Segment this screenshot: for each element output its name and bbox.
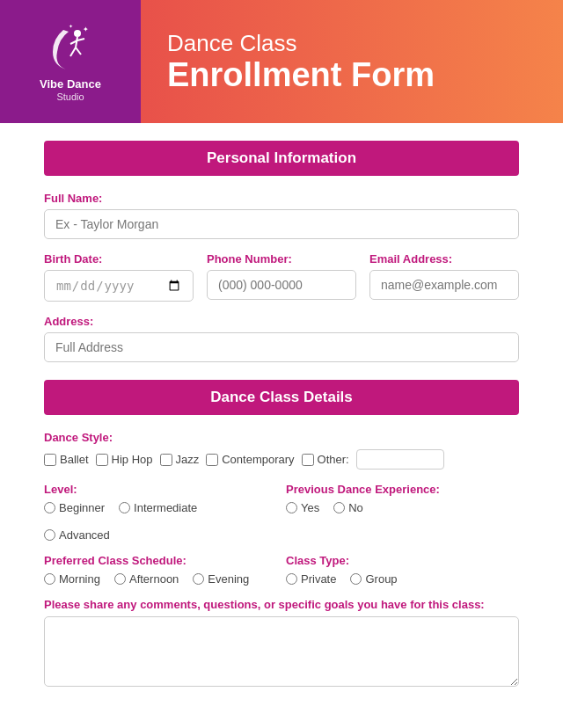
hiphop-label: Hip Hop bbox=[112, 453, 153, 466]
private-label: Private bbox=[301, 572, 336, 586]
experience-radio-group: Yes No bbox=[286, 501, 519, 514]
yes-radio[interactable] bbox=[286, 502, 297, 513]
dance-style-field: Dance Style: Ballet Hip Hop Jazz Contemp… bbox=[44, 431, 519, 470]
private-radio-item[interactable]: Private bbox=[286, 572, 336, 586]
other-label: Other: bbox=[318, 453, 349, 466]
svg-line-3 bbox=[76, 47, 81, 55]
level-experience-row: Level: Beginner Intermediate Advanced bbox=[44, 483, 519, 542]
beginner-label: Beginner bbox=[59, 501, 105, 514]
no-radio[interactable] bbox=[333, 502, 345, 513]
no-label: No bbox=[348, 501, 363, 514]
class-type-label: Class Type: bbox=[286, 554, 519, 567]
phone-col: Phone Number: bbox=[207, 252, 356, 302]
jazz-checkbox-item[interactable]: Jazz bbox=[160, 453, 200, 466]
personal-info-section: Personal Information Full Name: Birth Da… bbox=[44, 141, 519, 362]
ballet-checkbox[interactable] bbox=[44, 454, 56, 466]
logo-name: Vibe Dance bbox=[40, 77, 101, 91]
comments-textarea[interactable] bbox=[44, 616, 519, 687]
header-title-section: Dance Class Enrollment Form bbox=[141, 0, 563, 123]
full-name-label: Full Name: bbox=[44, 192, 519, 205]
group-radio-item[interactable]: Group bbox=[350, 572, 397, 586]
advanced-label: Advanced bbox=[59, 528, 110, 542]
svg-line-1 bbox=[76, 37, 77, 47]
birth-date-input[interactable] bbox=[44, 270, 194, 302]
private-radio[interactable] bbox=[286, 573, 297, 585]
logo-sub: Studio bbox=[56, 91, 84, 102]
address-field: Address: bbox=[44, 315, 519, 362]
schedule-classtype-row: Preferred Class Schedule: Morning Aftern… bbox=[44, 554, 519, 586]
contemporary-checkbox[interactable] bbox=[206, 454, 218, 466]
comments-label: Please share any comments, questions, or… bbox=[44, 598, 519, 611]
level-radio-group: Beginner Intermediate Advanced bbox=[44, 501, 277, 542]
level-label: Level: bbox=[44, 483, 277, 496]
header: ✦ ✦ Vibe Dance Studio Dance Class Enroll… bbox=[0, 0, 563, 123]
contemporary-label: Contemporary bbox=[222, 453, 294, 466]
yes-radio-item[interactable]: Yes bbox=[286, 501, 319, 514]
intermediate-label: Intermediate bbox=[134, 501, 197, 514]
advanced-radio[interactable] bbox=[44, 529, 55, 541]
birth-date-label: Birth Date: bbox=[44, 252, 194, 266]
morning-radio-item[interactable]: Morning bbox=[44, 572, 100, 586]
group-radio[interactable] bbox=[350, 573, 362, 585]
header-subtitle: Dance Class bbox=[167, 30, 537, 57]
date-phone-email-row: Birth Date: Phone Number: Email Address: bbox=[44, 252, 519, 302]
afternoon-radio-item[interactable]: Afternoon bbox=[114, 572, 179, 586]
svg-point-0 bbox=[74, 30, 81, 37]
other-checkbox-item[interactable]: Other: bbox=[302, 453, 349, 466]
morning-radio[interactable] bbox=[44, 573, 55, 585]
ballet-checkbox-item[interactable]: Ballet bbox=[44, 453, 89, 466]
logo-section: ✦ ✦ Vibe Dance Studio bbox=[0, 0, 141, 123]
full-name-input[interactable] bbox=[44, 209, 519, 239]
birth-date-col: Birth Date: bbox=[44, 252, 194, 302]
header-main-title: Enrollment Form bbox=[167, 57, 537, 94]
contemporary-checkbox-item[interactable]: Contemporary bbox=[206, 453, 294, 466]
address-input[interactable] bbox=[44, 332, 519, 362]
email-col: Email Address: bbox=[369, 252, 519, 302]
email-input[interactable] bbox=[369, 270, 519, 300]
svg-line-2 bbox=[70, 47, 76, 56]
comments-section: Please share any comments, questions, or… bbox=[44, 598, 519, 690]
svg-text:✦: ✦ bbox=[69, 24, 73, 29]
beginner-radio-item[interactable]: Beginner bbox=[44, 501, 105, 514]
logo-icon: ✦ ✦ bbox=[44, 21, 97, 74]
evening-label: Evening bbox=[208, 572, 249, 586]
ballet-label: Ballet bbox=[60, 453, 89, 466]
hiphop-checkbox-item[interactable]: Hip Hop bbox=[96, 453, 153, 466]
afternoon-label: Afternoon bbox=[129, 572, 179, 586]
jazz-label: Jazz bbox=[176, 453, 200, 466]
intermediate-radio[interactable] bbox=[119, 502, 130, 513]
evening-radio[interactable] bbox=[193, 573, 204, 585]
dance-style-checkboxes: Ballet Hip Hop Jazz Contemporary Other: bbox=[44, 449, 519, 470]
afternoon-radio[interactable] bbox=[114, 573, 126, 585]
dance-details-header: Dance Class Details bbox=[44, 380, 519, 415]
schedule-radio-group: Morning Afternoon Evening bbox=[44, 572, 277, 586]
evening-radio-item[interactable]: Evening bbox=[193, 572, 249, 586]
class-type-radio-group: Private Group bbox=[286, 572, 519, 586]
svg-text:✦: ✦ bbox=[83, 25, 89, 33]
other-checkbox[interactable] bbox=[302, 454, 314, 466]
advanced-radio-item[interactable]: Advanced bbox=[44, 528, 110, 542]
other-style-input[interactable] bbox=[356, 449, 444, 470]
morning-label: Morning bbox=[59, 572, 100, 586]
beginner-radio[interactable] bbox=[44, 502, 55, 513]
level-col: Level: Beginner Intermediate Advanced bbox=[44, 483, 277, 542]
experience-label: Previous Dance Experience: bbox=[286, 483, 519, 496]
jazz-checkbox[interactable] bbox=[160, 454, 172, 466]
dance-style-label: Dance Style: bbox=[44, 431, 519, 444]
no-radio-item[interactable]: No bbox=[333, 501, 363, 514]
class-type-col: Class Type: Private Group bbox=[286, 554, 519, 586]
group-label: Group bbox=[365, 572, 397, 586]
form-content: Personal Information Full Name: Birth Da… bbox=[0, 123, 563, 717]
full-name-field: Full Name: bbox=[44, 192, 519, 239]
svg-line-5 bbox=[77, 39, 84, 40]
experience-col: Previous Dance Experience: Yes No bbox=[286, 483, 519, 542]
address-label: Address: bbox=[44, 315, 519, 328]
email-label: Email Address: bbox=[369, 252, 519, 266]
phone-input[interactable] bbox=[207, 270, 356, 300]
schedule-label: Preferred Class Schedule: bbox=[44, 554, 277, 567]
dance-details-section: Dance Class Details Dance Style: Ballet … bbox=[44, 380, 519, 690]
hiphop-checkbox[interactable] bbox=[96, 454, 108, 466]
personal-info-header: Personal Information bbox=[44, 141, 519, 176]
intermediate-radio-item[interactable]: Intermediate bbox=[119, 501, 197, 514]
schedule-col: Preferred Class Schedule: Morning Aftern… bbox=[44, 554, 277, 586]
